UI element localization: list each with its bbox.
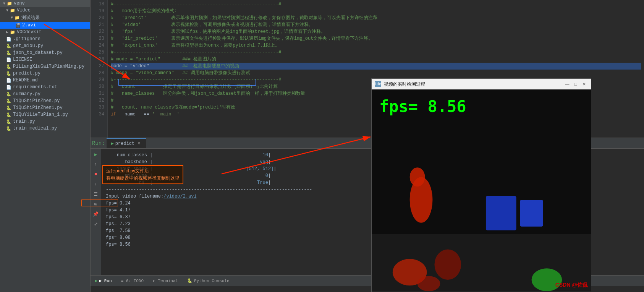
sidebar-label: VOCdevkit bbox=[17, 29, 42, 35]
sidebar-item-2avi[interactable]: 🎬 2.avi bbox=[0, 22, 90, 29]
sidebar-label: .gitignore bbox=[13, 36, 40, 42]
sidebar-item-requirements[interactable]: 📄 requirements.txt bbox=[0, 84, 90, 91]
sidebar-item-predict[interactable]: 🐍 predict.py bbox=[0, 70, 90, 77]
sidebar-label: TiQuShiPinZhen.py bbox=[13, 98, 60, 104]
run-bottom-btn[interactable]: ▶ ▶ Run bbox=[91, 276, 117, 286]
fps-display: fps= 8.56 bbox=[379, 97, 466, 116]
run-icon: ▶ bbox=[111, 141, 114, 146]
python-console-label: Python Console bbox=[194, 279, 229, 283]
py-file-icon: 🐍 bbox=[6, 112, 11, 117]
video-title-icon: video bbox=[375, 81, 381, 87]
terminal-label: ▸ Terminal bbox=[153, 278, 178, 283]
sidebar-label: TiQuShiPinZhen1.py bbox=[13, 105, 63, 110]
py-file-icon: 🐍 bbox=[6, 64, 11, 69]
svg-point-3 bbox=[410, 167, 425, 187]
py-file-icon: 🐍 bbox=[6, 126, 11, 131]
sidebar: ▼ 📁 venv ▼ 📁 Video ▼ 📁 测试结果 🎬 2.avi ▶ 📁 … bbox=[0, 0, 91, 292]
run-label: Run: bbox=[92, 140, 107, 146]
py-file-icon: 🐍 bbox=[6, 71, 11, 76]
sidebar-label: 测试结果 bbox=[21, 15, 40, 21]
fps-label: fps= bbox=[379, 97, 418, 116]
settings-btn[interactable]: ☰ bbox=[92, 190, 100, 198]
restore-btn[interactable]: □ bbox=[572, 81, 579, 88]
sidebar-item-jsontodataset[interactable]: 🐍 json_to_dataset.py bbox=[0, 49, 90, 56]
py-file-icon: 🐍 bbox=[6, 105, 11, 110]
code-line: #---------------------------------------… bbox=[111, 49, 641, 56]
video-titlebar: video 视频的实时检测过程 — □ ✕ bbox=[372, 79, 591, 89]
python-console-btn[interactable]: 🐍 Python Console bbox=[183, 276, 234, 286]
avi-file-icon: 🎬 bbox=[15, 23, 21, 28]
sidebar-item-trainmedical[interactable]: 🐍 train_medical.py bbox=[0, 125, 90, 132]
file-icon: 📄 bbox=[6, 85, 11, 90]
pin-btn[interactable]: 📌 bbox=[92, 210, 100, 218]
run-tab-predict[interactable]: ▶ predict × bbox=[107, 138, 147, 148]
sidebar-item-video[interactable]: ▼ 📁 Video bbox=[0, 7, 90, 14]
folder-icon: 📁 bbox=[10, 8, 15, 13]
stop-btn[interactable]: ■ bbox=[92, 170, 100, 178]
sidebar-label: LICENSE bbox=[13, 57, 32, 62]
file-icon: 📄 bbox=[6, 78, 11, 83]
file-icon: 📄 bbox=[6, 37, 11, 42]
video-icon-label: video bbox=[372, 82, 383, 86]
code-line: # 'export_onnx' 表示将模型导出为onnx，需要pytorch1.… bbox=[111, 42, 641, 49]
close-tab-btn[interactable]: × bbox=[136, 141, 142, 146]
sidebar-item-readme[interactable]: 📄 README.md bbox=[0, 77, 90, 84]
folder-icon: 📁 bbox=[15, 15, 20, 20]
video-window: video 视频的实时检测过程 — □ ✕ bbox=[371, 78, 591, 292]
video-title-text: 视频的实时检测过程 bbox=[384, 81, 560, 88]
sidebar-item-summary[interactable]: 🐍 summary.py bbox=[0, 91, 90, 97]
sidebar-item-gitignore[interactable]: 📄 .gitignore bbox=[0, 36, 90, 42]
code-line: #---------------------------------------… bbox=[111, 1, 641, 8]
sidebar-item-tiqushipin[interactable]: 🐍 TiQuShiPinZhen.py bbox=[0, 97, 90, 104]
py-file-icon: 🐍 bbox=[6, 119, 11, 124]
python-icon: 🐍 bbox=[187, 278, 193, 283]
todo-label: ≡ 6: TODO bbox=[121, 279, 144, 283]
sidebar-label: json_to_dataset.py bbox=[13, 50, 63, 55]
py-file-icon: 🐍 bbox=[6, 92, 11, 97]
expand-btn[interactable]: ⤢ bbox=[92, 220, 100, 228]
sidebar-label: 2.avi bbox=[22, 23, 36, 28]
code-line: # 'predict' 表示单张图片预测，如果想对预测过程进行修改，如保存图片，… bbox=[111, 15, 641, 21]
sidebar-item-license[interactable]: 📄 LICENSE bbox=[0, 56, 90, 63]
seg-visualization bbox=[372, 89, 591, 292]
sidebar-label: Video bbox=[17, 8, 31, 13]
py-file-icon: 🐍 bbox=[6, 50, 11, 55]
run-toolbar: ▶ ↑ ■ ↓ ☰ ⊞ 📌 ⤢ bbox=[91, 149, 101, 275]
sidebar-label: README.md bbox=[13, 78, 38, 83]
code-line: # mode = "predict" ### 检测图片的 bbox=[111, 56, 641, 63]
sidebar-item-test-results[interactable]: ▼ 📁 测试结果 bbox=[0, 14, 90, 22]
sidebar-item-tiqushipin1[interactable]: 🐍 TiQuShiPinZhen1.py bbox=[0, 104, 90, 111]
sidebar-label: venv bbox=[14, 1, 25, 6]
line-numbers: 18 19 20 21 22 23 24 25 26 27 28 29 30 3… bbox=[91, 0, 108, 138]
run-btn[interactable]: ▶ bbox=[92, 150, 100, 159]
svg-rect-5 bbox=[520, 200, 543, 227]
code-line-highlight: mode = "video" ## 检测电脑硬盘中的视频 bbox=[111, 63, 641, 70]
close-video-btn[interactable]: ✕ bbox=[580, 81, 588, 88]
sidebar-item-venv[interactable]: ▼ 📁 venv bbox=[0, 0, 90, 7]
file-icon: 📄 bbox=[6, 57, 11, 62]
sidebar-item-tiqu[interactable]: 🐍 TiQuYiLieTuPian_1.py bbox=[0, 111, 90, 118]
csdn-watermark: CSDN @佐侃 bbox=[555, 282, 588, 289]
sidebar-label: TiQuYiLieTuPian_1.py bbox=[13, 112, 68, 117]
todo-btn[interactable]: ≡ 6: TODO bbox=[117, 276, 148, 286]
run-bottom-icon: ▶ bbox=[95, 278, 98, 283]
py-file-icon: 🐍 bbox=[6, 99, 11, 104]
minimize-btn[interactable]: — bbox=[563, 81, 571, 88]
terminal-btn[interactable]: ▸ Terminal bbox=[148, 276, 183, 286]
code-line: # 'fps' 表示测试fps，使用的图片是img里面的street.jpg，详… bbox=[111, 28, 641, 35]
py-file-icon: 🐍 bbox=[6, 44, 11, 49]
sidebar-item-train[interactable]: 🐍 train.py bbox=[0, 118, 90, 125]
sidebar-item-piliangxiu[interactable]: 🐍 PiLiangXiuGaiTuPianMing.py bbox=[0, 63, 90, 70]
sidebar-item-vocdevkit[interactable]: ▶ 📁 VOCdevkit bbox=[0, 29, 90, 36]
sidebar-label: summary.py bbox=[13, 91, 40, 97]
sidebar-label: PiLiangXiuGaiTuPianMing.py bbox=[13, 64, 84, 69]
sidebar-label: predict.py bbox=[13, 71, 40, 76]
code-line: # mode用于指定测试的模式: bbox=[111, 8, 641, 15]
svg-point-9 bbox=[417, 276, 440, 291]
tree-arrow: ▶ bbox=[6, 30, 8, 34]
scroll-up-btn[interactable]: ↑ bbox=[92, 160, 100, 169]
layout-btn[interactable]: ⊞ bbox=[92, 200, 100, 208]
sidebar-item-getmiou[interactable]: 🐍 get_miou.py bbox=[0, 42, 90, 49]
sidebar-label: train_medical.py bbox=[13, 126, 57, 131]
scroll-down-btn[interactable]: ↓ bbox=[92, 180, 100, 188]
